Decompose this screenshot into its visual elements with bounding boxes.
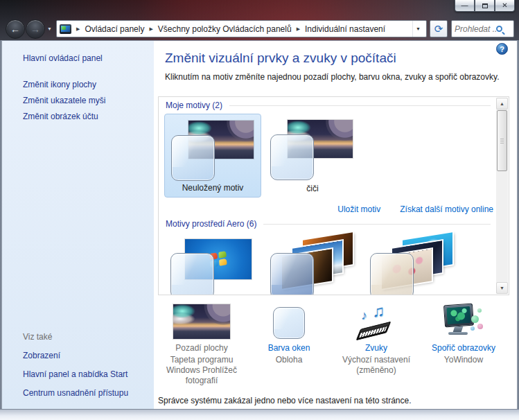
breadcrumb-item-control-panel[interactable]: Ovládací panely xyxy=(85,24,144,34)
search-box[interactable] xyxy=(451,20,514,37)
my-themes-row: Neuložený motiv čiči xyxy=(164,114,509,198)
desktop-background-label: Pozadí plochy xyxy=(175,343,227,353)
sounds-setting[interactable]: ♪ ♫ Zvuky Výchozí nastavení (změněno) xyxy=(333,303,420,386)
crumb-separator-icon: ▶ xyxy=(294,26,302,32)
crumb-separator-icon: ▶ xyxy=(147,26,155,32)
sounds-label: Zvuky xyxy=(365,343,387,353)
admin-restriction-status: Správce systému zakázal jedno nebo více … xyxy=(158,396,412,405)
aero-themes-group-header: Motivy prostředí Aero (6) xyxy=(166,219,491,229)
close-button[interactable]: ✕ xyxy=(495,0,515,12)
window-color-setting[interactable]: Barva oken Obloha xyxy=(245,303,333,386)
help-icon: ? xyxy=(500,45,504,53)
address-dropdown-button[interactable]: ▼ xyxy=(412,21,423,37)
sounds-value: Výchozí nastavení (změněno) xyxy=(337,355,415,376)
sidebar-item-control-panel-home[interactable]: Hlavní ovládací panel xyxy=(23,53,154,63)
sidebar-see-also-group: Viz také Zobrazení Hlavní panel a nabídk… xyxy=(23,332,154,398)
window-color-preview xyxy=(370,253,414,295)
sidebar-item-change-desktop-icons[interactable]: Změnit ikony plochy xyxy=(23,80,154,89)
sidebar-item-change-mouse-pointers[interactable]: Změnit ukazatele myši xyxy=(23,96,154,105)
window-color-preview xyxy=(270,134,314,180)
screensaver-label: Spořič obrazovky xyxy=(432,343,495,353)
sidebar-top-group: Hlavní ovládací panel Změnit ikony ploch… xyxy=(23,53,154,128)
crumb-separator-icon: ▶ xyxy=(74,26,82,32)
breadcrumb-item-all-items[interactable]: Všechny položky Ovládacích panelů xyxy=(158,24,292,34)
close-icon: ✕ xyxy=(502,2,507,9)
screensaver-icon xyxy=(443,303,484,339)
sidebar-item-ease-of-access[interactable]: Centrum usnadnění přístupu xyxy=(23,388,154,398)
refresh-button[interactable]: ⟳ xyxy=(430,20,448,37)
theme-links-row: Uložit motiv Získat další motivy online xyxy=(164,204,493,214)
breadcrumb-item-personalization[interactable]: Individuální nastavení xyxy=(305,24,385,34)
caption-button-group: — ✕ xyxy=(455,0,515,12)
my-themes-group-header: Moje motivy (2) xyxy=(166,100,491,110)
get-more-themes-link[interactable]: Získat další motivy online xyxy=(400,204,493,214)
theme-tile-label: Neuložený motiv xyxy=(165,183,261,193)
window-color-icon xyxy=(273,307,305,339)
window-color-preview xyxy=(170,253,214,295)
window-color-label: Barva oken xyxy=(268,343,310,353)
page-title: Změnit vizuální prvky a zvuky v počítači xyxy=(165,51,517,66)
group-header-rule xyxy=(229,105,491,106)
theme-tile-unsaved[interactable]: Neuložený motiv xyxy=(164,114,261,198)
sidebar-item-change-account-picture[interactable]: Změnit obrázek účtu xyxy=(23,112,154,121)
scroll-up-icon: ▲ xyxy=(500,101,504,106)
save-theme-link[interactable]: Uložit motiv xyxy=(337,204,380,214)
maximize-icon xyxy=(482,3,488,8)
theme-settings-row: Pozadí plochy Tapeta programu Windows Pr… xyxy=(158,303,509,386)
search-input[interactable] xyxy=(455,24,496,34)
aero-theme-tile-windows7[interactable] xyxy=(164,232,261,295)
theme-listbox: Moje motivy (2) Neuložený motiv čiči Ulo… xyxy=(158,96,509,295)
sidebar-item-display[interactable]: Zobrazení xyxy=(23,351,154,360)
scrollbar-thumb[interactable] xyxy=(497,110,507,171)
aero-theme-tile-nature[interactable] xyxy=(364,232,461,295)
see-also-header: Viz také xyxy=(23,332,154,342)
window-color-preview xyxy=(270,253,314,295)
chevron-down-icon: ▼ xyxy=(416,26,421,31)
navigation-bar: ← → ▼ ▶ Ovládací panely ▶ Všechny položk… xyxy=(0,18,519,40)
scroll-up-button[interactable]: ▲ xyxy=(496,98,508,110)
minimize-icon: — xyxy=(461,2,468,9)
screensaver-value: YoWindow xyxy=(425,355,502,365)
group-header-rule xyxy=(263,224,491,225)
back-button[interactable]: ← xyxy=(6,19,25,39)
desktop-background-icon xyxy=(173,304,230,339)
forward-icon: → xyxy=(30,24,40,35)
desktop-background-setting[interactable]: Pozadí plochy Tapeta programu Windows Pr… xyxy=(158,303,245,386)
client-area: Hlavní ovládací panel Změnit ikony ploch… xyxy=(2,40,517,409)
page-subtitle: Kliknutím na motiv změníte najednou poza… xyxy=(165,72,517,82)
personalization-icon xyxy=(60,24,71,34)
aero-themes-row xyxy=(164,232,509,295)
aero-theme-tile-architecture[interactable] xyxy=(264,232,361,295)
theme-tile-cici[interactable]: čiči xyxy=(264,114,361,198)
forward-button[interactable]: → xyxy=(26,19,45,39)
breadcrumb[interactable]: ▶ Ovládací panely ▶ Všechny položky Ovlá… xyxy=(56,20,427,37)
window-color-value: Obloha xyxy=(250,355,328,365)
minimize-button[interactable]: — xyxy=(455,0,475,12)
recent-pages-dropdown[interactable]: ▼ xyxy=(47,26,52,31)
theme-tile-label: čiči xyxy=(264,184,361,193)
maximize-button[interactable] xyxy=(475,0,495,12)
main-content: ? Změnit vizuální prvky a zvuky v počíta… xyxy=(154,41,517,409)
back-icon: ← xyxy=(10,24,20,35)
search-icon xyxy=(496,26,502,32)
scroll-down-button[interactable]: ▼ xyxy=(496,282,508,294)
help-button[interactable]: ? xyxy=(496,43,508,55)
sidebar: Hlavní ovládací panel Změnit ikony ploch… xyxy=(2,41,154,409)
window-color-preview xyxy=(171,135,215,181)
chevron-down-icon: ▼ xyxy=(47,26,52,31)
scroll-down-icon: ▼ xyxy=(500,286,504,290)
aero-themes-group-label: Motivy prostředí Aero (6) xyxy=(166,219,256,229)
theme-list-scrollbar[interactable]: ▲ ▼ xyxy=(496,98,508,294)
sounds-icon: ♪ ♫ xyxy=(357,304,396,339)
sidebar-item-taskbar-start-menu[interactable]: Hlavní panel a nabídka Start xyxy=(23,369,154,379)
desktop-background-value: Tapeta programu Windows Prohlížeč fotogr… xyxy=(163,355,240,386)
refresh-icon: ⟳ xyxy=(434,23,443,35)
screensaver-setting[interactable]: Spořič obrazovky YoWindow xyxy=(420,303,507,386)
window-border-bottom xyxy=(0,409,519,420)
my-themes-group-label: Moje motivy (2) xyxy=(166,100,222,110)
